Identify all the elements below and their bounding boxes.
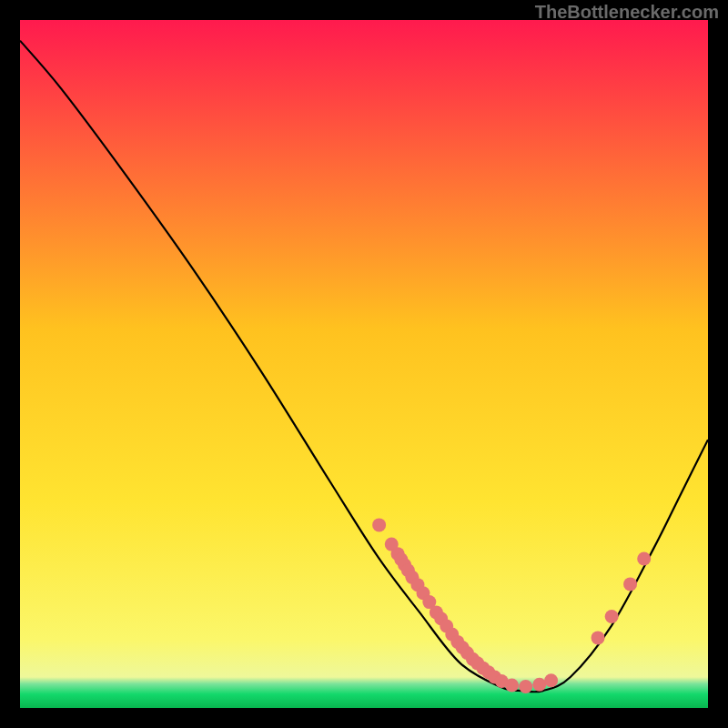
data-point [592, 631, 605, 644]
data-point [637, 551, 651, 565]
data-point [519, 680, 532, 693]
data-point [505, 679, 519, 693]
data-point [623, 577, 637, 591]
data-point [372, 518, 386, 531]
gradient-background [20, 20, 708, 708]
chart-container: TheBottlenecker.com [0, 0, 728, 728]
chart-svg [20, 20, 708, 708]
plot-area [20, 20, 708, 708]
data-point [532, 678, 546, 692]
data-point [605, 610, 619, 623]
watermark-text: TheBottlenecker.com [535, 2, 719, 23]
data-point [544, 673, 558, 687]
